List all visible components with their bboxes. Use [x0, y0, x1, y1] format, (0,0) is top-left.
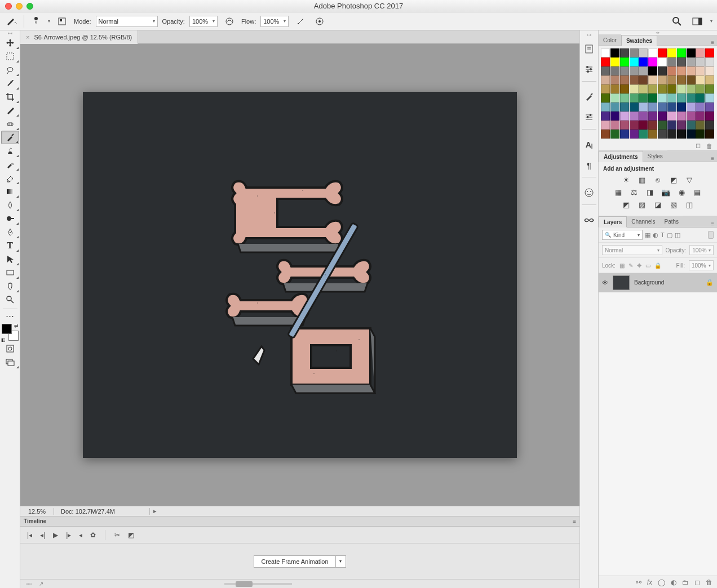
layer-effects-icon[interactable]: fx — [647, 578, 652, 586]
swatch[interactable] — [658, 112, 667, 121]
swatch[interactable] — [620, 57, 629, 66]
eraser-tool[interactable] — [1, 171, 19, 185]
swatch[interactable] — [658, 103, 667, 112]
swatch[interactable] — [601, 57, 610, 66]
quick-mask-toggle[interactable] — [1, 342, 19, 355]
document-info[interactable]: Doc: 102.7M/27.4M — [54, 508, 150, 515]
swatch[interactable] — [630, 112, 639, 121]
swatch[interactable] — [601, 121, 610, 130]
swatch[interactable] — [687, 121, 696, 130]
swatch[interactable] — [687, 103, 696, 112]
lock-position-icon[interactable]: ✥ — [637, 262, 641, 269]
panel-menu-icon[interactable]: ≡ — [708, 221, 717, 227]
transition-icon[interactable]: ◩ — [128, 531, 134, 539]
color-swatches[interactable]: ⇄ ◧ — [2, 324, 19, 341]
swatch[interactable] — [610, 93, 619, 103]
layers-tab[interactable]: Layers — [599, 216, 627, 228]
swatch[interactable] — [696, 48, 705, 57]
filter-shape-icon[interactable]: ▢ — [667, 231, 672, 239]
swatch[interactable] — [601, 103, 610, 112]
new-swatch-icon[interactable]: ◻ — [696, 142, 701, 149]
levels-icon[interactable]: ▥ — [637, 175, 647, 184]
gripper-icon[interactable]: ▸◂ — [580, 33, 598, 37]
swatch[interactable] — [639, 84, 648, 93]
filter-type-icon[interactable]: T — [661, 231, 665, 238]
swatch[interactable] — [658, 84, 667, 93]
swatch[interactable] — [696, 84, 705, 93]
gradient-tool[interactable] — [1, 185, 19, 198]
lock-artboard-icon[interactable]: ▭ — [645, 262, 650, 269]
swatch[interactable] — [696, 66, 705, 75]
swatch[interactable] — [630, 57, 639, 66]
brush-panel-toggle[interactable] — [55, 15, 69, 28]
libraries-panel-icon[interactable] — [581, 212, 597, 229]
visibility-toggle-icon[interactable]: 👁 — [602, 279, 608, 286]
clone-stamp-tool[interactable] — [1, 144, 19, 158]
lock-all-icon[interactable]: 🔒 — [654, 262, 661, 269]
adjustments-tab[interactable]: Adjustments — [599, 151, 643, 162]
swatch[interactable] — [677, 130, 686, 139]
play-icon[interactable]: ▶ — [53, 531, 58, 539]
layer-opacity-input[interactable]: 100%▾ — [689, 245, 714, 255]
gripper-icon[interactable]: ▸◂ — [0, 30, 20, 36]
threshold-icon[interactable]: ◪ — [653, 200, 663, 209]
swatch[interactable] — [610, 48, 619, 57]
blend-mode-select[interactable]: Normal▾ — [96, 16, 158, 27]
close-tab-icon[interactable]: × — [26, 34, 29, 41]
delete-swatch-icon[interactable]: 🗑 — [706, 142, 712, 149]
swatch[interactable] — [610, 66, 619, 75]
new-group-icon[interactable]: 🗀 — [682, 578, 689, 586]
swatch[interactable] — [667, 57, 676, 66]
swatch[interactable] — [610, 75, 619, 84]
chevron-down-icon[interactable]: ▾ — [48, 19, 50, 24]
color-lookup-icon[interactable]: ▤ — [692, 188, 702, 197]
swatch[interactable] — [648, 66, 657, 75]
pressure-opacity-toggle[interactable] — [222, 15, 237, 28]
lock-icon[interactable]: 🔒 — [706, 279, 714, 286]
swatch[interactable] — [705, 112, 714, 121]
swatch[interactable] — [687, 48, 696, 57]
type-tool[interactable]: T — [1, 239, 19, 252]
swatch[interactable] — [677, 93, 686, 103]
new-layer-icon[interactable]: ◻ — [694, 578, 700, 586]
swatch[interactable] — [620, 93, 629, 103]
swatch[interactable] — [658, 66, 667, 75]
swatch[interactable] — [620, 130, 629, 139]
swatch[interactable] — [667, 103, 676, 112]
swap-colors-icon[interactable]: ⇄ — [14, 323, 19, 328]
swatch[interactable] — [677, 121, 686, 130]
magic-wand-tool[interactable] — [1, 77, 19, 90]
link-layers-icon[interactable]: ⚯ — [636, 578, 641, 586]
adjustment-layer-icon[interactable]: ◐ — [671, 578, 676, 586]
swatch[interactable] — [630, 121, 639, 130]
panel-menu-icon[interactable]: ≡ — [573, 518, 576, 524]
properties-panel-icon[interactable] — [581, 61, 597, 78]
timeline-settings-icon[interactable]: ✿ — [90, 531, 96, 539]
swatch[interactable] — [620, 103, 629, 112]
curves-icon[interactable]: ⎋ — [653, 175, 663, 184]
swatch[interactable] — [705, 75, 714, 84]
eyedropper-tool[interactable] — [1, 104, 19, 117]
swatch[interactable] — [658, 93, 667, 103]
swatch[interactable] — [639, 66, 648, 75]
swatch[interactable] — [677, 57, 686, 66]
chevron-down-icon[interactable]: ▾ — [710, 19, 712, 24]
swatch[interactable] — [648, 84, 657, 93]
swatch[interactable] — [639, 103, 648, 112]
delete-layer-icon[interactable]: 🗑 — [706, 578, 712, 586]
swatch[interactable] — [705, 121, 714, 130]
swatch[interactable] — [648, 112, 657, 121]
brush-preset-picker[interactable]: 9 — [29, 15, 43, 28]
swatch[interactable] — [677, 112, 686, 121]
swatch[interactable] — [639, 48, 648, 57]
swatch[interactable] — [620, 112, 629, 121]
swatch[interactable] — [687, 75, 696, 84]
brush-settings-panel-icon[interactable] — [581, 109, 597, 126]
pressure-size-toggle[interactable] — [312, 15, 327, 28]
swatch[interactable] — [667, 93, 676, 103]
scissors-icon[interactable]: ✂ — [114, 531, 120, 539]
swatch[interactable] — [601, 130, 610, 139]
swatch[interactable] — [696, 121, 705, 130]
swatch[interactable] — [610, 121, 619, 130]
swatch[interactable] — [610, 57, 619, 66]
